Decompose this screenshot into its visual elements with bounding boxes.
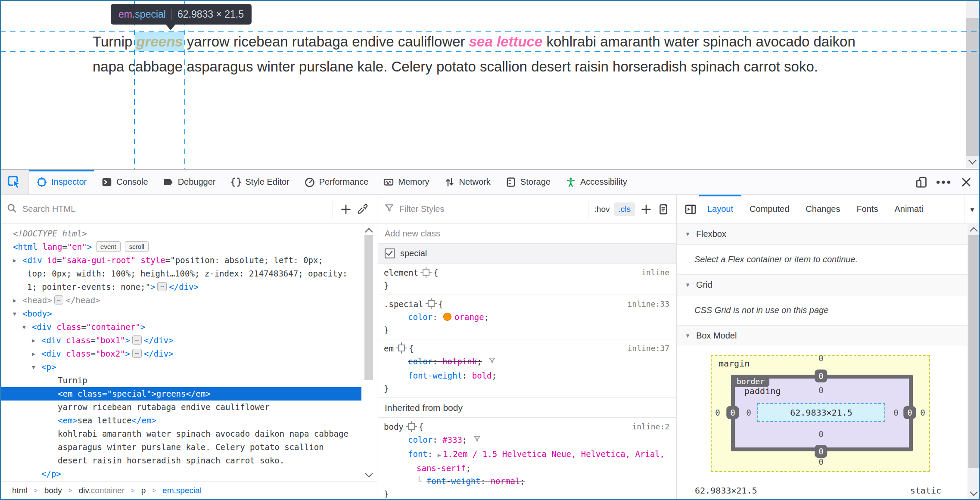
rule-location-link[interactable]: inline:2 <box>632 420 669 433</box>
box-model-section-header[interactable]: ▼ Box Model <box>677 326 980 346</box>
border-top-value[interactable]: 0 <box>815 370 827 382</box>
rule-selector[interactable]: .special <box>384 299 423 309</box>
toggle-sidebar-icon[interactable] <box>682 200 699 219</box>
flexbox-section-header[interactable]: ▼ Flexbox <box>677 224 980 245</box>
tree-row[interactable]: ▼<p> <box>0 360 361 374</box>
selector-highlighter-icon[interactable] <box>428 300 435 307</box>
search-input[interactable]: Search HTML <box>22 204 328 214</box>
property-name[interactable]: color <box>408 435 432 444</box>
scroll-down-icon[interactable] <box>968 156 976 164</box>
tree-row[interactable]: ▶<div id="saka-gui-root" style="position… <box>0 254 361 267</box>
filter-styles-input[interactable]: Filter Styles <box>399 204 584 214</box>
css-declaration[interactable]: font: ▶1.2em / 1.5 Helvetica Neue, Helve… <box>384 447 670 475</box>
toggle-classes-button[interactable]: .cls <box>614 202 635 216</box>
selector-highlighter-icon[interactable] <box>398 345 405 351</box>
css-declaration[interactable]: └ font-weight: normal; <box>384 475 670 488</box>
padding-bottom-value[interactable]: 0 <box>818 429 823 439</box>
tree-row[interactable]: <em class="special">greens</em> <box>0 387 361 401</box>
ellipsis-chip[interactable]: ⋯ <box>157 282 167 291</box>
event-badge[interactable]: scroll <box>125 241 149 252</box>
all-tabs-dropdown-button[interactable]: ▼ <box>964 195 980 224</box>
rule-location-link[interactable]: inline:33 <box>627 298 669 311</box>
breadcrumb-item[interactable]: html <box>12 486 28 495</box>
padding-left-value[interactable]: 0 <box>746 408 751 417</box>
expand-value-icon[interactable]: ▶ <box>438 452 441 458</box>
page-scrollbar[interactable] <box>966 1 979 168</box>
expand-arrow-icon[interactable]: ▶ <box>13 254 16 267</box>
margin-right-value[interactable]: 0 <box>920 408 925 417</box>
toggle-pseudo-classes-button[interactable]: :hov <box>593 202 612 216</box>
tab-memory[interactable]: Memory <box>376 170 436 194</box>
tab-accessibility[interactable]: Accessibility <box>558 170 635 194</box>
property-value[interactable]: bold <box>472 371 492 380</box>
property-value[interactable]: normal <box>491 476 520 486</box>
tree-row[interactable]: ▶<div class="box1">⋯</div> <box>0 334 361 347</box>
sidebar-tab-fonts[interactable]: Fonts <box>848 195 886 224</box>
css-declaration[interactable]: color: hotpink; <box>384 355 670 369</box>
add-rule-button[interactable] <box>638 200 655 219</box>
sidebar-tab-layout[interactable]: Layout <box>699 195 741 224</box>
expand-arrow-icon[interactable]: ▶ <box>13 294 16 307</box>
responsive-design-mode-button[interactable] <box>912 173 931 192</box>
border-left-value[interactable]: 0 <box>726 406 739 419</box>
padding-right-value[interactable]: 0 <box>893 408 898 417</box>
close-devtools-button[interactable] <box>957 173 976 192</box>
tab-debugger[interactable]: Debugger <box>156 170 223 194</box>
property-name[interactable]: font <box>408 449 428 459</box>
property-value[interactable]: hotpink <box>442 357 477 366</box>
tab-inspector[interactable]: Inspector <box>29 170 94 194</box>
tree-row[interactable]: ▼<div class="container"> <box>0 320 361 334</box>
collapse-arrow-icon[interactable]: ▼ <box>13 307 16 320</box>
tree-row[interactable]: desert raisin horseradish spinach carrot… <box>0 454 361 467</box>
breadcrumb-item[interactable]: body <box>44 486 62 495</box>
margin-top-value[interactable]: 0 <box>818 354 823 363</box>
tree-row[interactable]: ▼<body> <box>0 307 361 320</box>
tree-row[interactable]: <em>sea lettuce</em> <box>0 414 361 427</box>
selector-highlighter-icon[interactable] <box>423 269 429 276</box>
property-value[interactable]: 1.2em / 1.5 Helvetica Neue, Helvetica, A… <box>417 449 665 473</box>
rule-selector[interactable]: element <box>384 268 418 277</box>
sidebar-tab-computed[interactable]: Computed <box>741 195 797 224</box>
css-declaration[interactable]: color: orange; <box>384 311 670 323</box>
tree-row[interactable]: yarrow ricebean rutabaga endive cauliflo… <box>0 401 361 414</box>
border-bottom-value[interactable]: 0 <box>815 445 827 458</box>
margin-left-value[interactable]: 0 <box>715 408 720 417</box>
scroll-down-icon[interactable] <box>970 488 977 496</box>
property-value[interactable]: orange <box>454 312 484 322</box>
expand-arrow-icon[interactable]: ▶ <box>32 347 35 360</box>
expand-arrow-icon[interactable]: ▶ <box>32 334 35 347</box>
tree-scrollbar[interactable] <box>361 224 376 481</box>
padding-top-value[interactable]: 0 <box>818 385 823 395</box>
box-model-content-box[interactable]: 62.9833×21.5 <box>757 403 885 422</box>
tree-scrollbar-thumb[interactable] <box>364 235 373 380</box>
breadcrumb-item[interactable]: div.container <box>79 486 124 495</box>
page-scrollbar-thumb[interactable] <box>966 18 979 156</box>
eyedropper-button[interactable] <box>355 200 372 219</box>
ellipsis-chip[interactable]: ⋯ <box>132 349 142 358</box>
tree-row[interactable]: </p> <box>0 467 361 481</box>
color-swatch[interactable] <box>443 313 451 321</box>
tree-row[interactable]: <html lang="en">eventscroll <box>0 240 361 254</box>
property-value[interactable]: #333 <box>442 435 462 444</box>
collapse-arrow-icon[interactable]: ▼ <box>22 320 26 334</box>
tree-row[interactable]: ▶<head>⋯</head> <box>0 294 361 307</box>
property-name[interactable]: font-weight <box>408 371 462 380</box>
class-checkbox[interactable] <box>385 248 395 258</box>
ellipsis-chip[interactable]: ⋯ <box>132 335 142 345</box>
sidebar-tab-animati[interactable]: Animati <box>886 195 931 224</box>
scroll-up-icon[interactable] <box>970 227 977 235</box>
sidebar-tab-changes[interactable]: Changes <box>797 195 848 224</box>
new-style-sheet-icon[interactable] <box>655 200 672 219</box>
breadcrumb-item[interactable]: em.special <box>162 486 202 495</box>
event-badge[interactable]: event <box>96 241 121 252</box>
ellipsis-chip[interactable]: ⋯ <box>54 295 64 304</box>
layout-scrollbar-thumb[interactable] <box>968 235 979 468</box>
meatball-menu-button[interactable]: ●●● <box>934 173 953 192</box>
rule-selector[interactable]: body <box>384 422 404 432</box>
property-name[interactable]: color <box>408 357 432 366</box>
tree-row[interactable]: <!DOCTYPE html> <box>0 227 361 240</box>
tree-row[interactable]: asparagus winter purslane kale. Celery p… <box>0 441 361 454</box>
tree-row[interactable]: top: 0px; width: 100%; height…100%; z-in… <box>0 267 361 280</box>
tab-storage[interactable]: Storage <box>498 170 558 194</box>
collapse-arrow-icon[interactable]: ▼ <box>32 360 35 374</box>
